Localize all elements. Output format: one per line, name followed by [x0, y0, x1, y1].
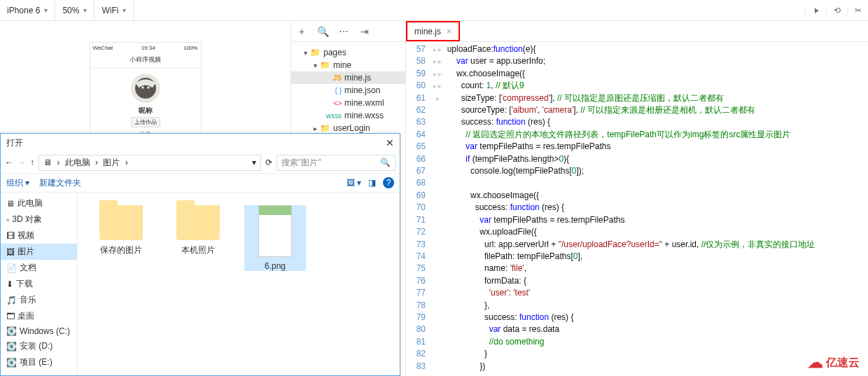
- folder-icon: [99, 205, 143, 240]
- page-title: 小程序视频: [90, 53, 201, 68]
- view-thumb-icon[interactable]: 🖼 ▾: [346, 178, 361, 188]
- tab-label: mine.js: [414, 27, 441, 36]
- split-icon[interactable]: ⇥: [354, 26, 375, 37]
- dialog-sidebar: 🖥此电脑▫3D 对象🎞视频🖼图片📄文档⬇下载🎵音乐🗔桌面💽Windows (C:…: [1, 193, 78, 375]
- code-body[interactable]: uploadFace:function(e){ var user = app.u…: [442, 42, 868, 376]
- search-icon: 🔍: [380, 158, 391, 167]
- folder-icon: ⬇: [6, 279, 13, 289]
- chevron-down-icon: ▾: [122, 6, 126, 14]
- add-icon[interactable]: +: [291, 26, 312, 37]
- tab-mine-js[interactable]: mine.js ×: [406, 21, 460, 41]
- breadcrumb[interactable]: 🖥 › 此电脑 › 图片 › ▾: [38, 155, 261, 171]
- sidebar-item[interactable]: 🎵音乐: [1, 292, 77, 308]
- tree-file-mine-js[interactable]: JSmine.js: [291, 71, 405, 84]
- phone-frame: WeChat 19:34 100% 小程序视频 昵称 上传作品 注册: [90, 42, 202, 144]
- network-select[interactable]: WiFi▾: [94, 0, 134, 20]
- refresh-icon[interactable]: ⟲: [826, 6, 847, 15]
- new-folder-button[interactable]: 新建文件夹: [39, 177, 81, 189]
- watermark-logo: ☁亿速云: [808, 354, 860, 372]
- dialog-title: 打开: [6, 137, 23, 149]
- image-item[interactable]: 6.png: [244, 205, 306, 271]
- file-tree: ▾📁pages ▾📁mine JSmine.js { }mine.json <>…: [291, 42, 405, 139]
- sidebar-item[interactable]: 🖥此电脑: [1, 195, 77, 211]
- view-pane-icon[interactable]: ◨: [368, 178, 376, 188]
- sidebar-item[interactable]: ▫3D 对象: [1, 211, 77, 228]
- chevron-down-icon: ▾: [83, 6, 87, 14]
- nickname: 昵称: [90, 106, 201, 116]
- file-open-dialog: 打开 ✕ ← → ↑ 🖥 › 此电脑 › 图片 › ▾ ⟳ 搜索"图片"🔍 组织…: [0, 133, 400, 376]
- folder-icon: 🖼: [6, 247, 15, 257]
- folder-icon: 🎵: [6, 295, 17, 305]
- sidebar-item[interactable]: 🖼图片: [1, 244, 77, 260]
- nav-forward-icon[interactable]: →: [18, 158, 26, 167]
- nav-back-icon[interactable]: ←: [5, 158, 13, 167]
- folder-icon: 🖥: [6, 199, 15, 209]
- search-icon[interactable]: 🔍: [312, 26, 333, 37]
- sidebar-item[interactable]: 🎞视频: [1, 228, 77, 244]
- chevron-down-icon: ▾: [44, 6, 48, 14]
- folder-icon: 💽: [6, 342, 17, 351]
- tree-file-mine-wxss[interactable]: wxssmine.wxss: [291, 109, 405, 122]
- device-select[interactable]: iPhone 6▾: [0, 0, 55, 20]
- search-input[interactable]: 搜索"图片"🔍: [276, 155, 396, 171]
- help-icon[interactable]: ?: [383, 177, 394, 188]
- mute-icon[interactable]: 🕨: [805, 6, 826, 15]
- cut-icon[interactable]: ✂: [847, 6, 868, 15]
- zoom-select[interactable]: 50%▾: [55, 0, 94, 20]
- folder-icon: ▫: [6, 215, 9, 225]
- image-thumbnail: [258, 205, 292, 257]
- folder-icon: 💽: [6, 326, 17, 336]
- svg-point-1: [141, 86, 144, 88]
- line-gutter: 57 58 59 60 61 62 63 64 65 66 67 68 69 7…: [406, 42, 433, 376]
- upload-button[interactable]: 上传作品: [131, 117, 160, 127]
- sidebar-item[interactable]: 💽Windows (C:): [1, 324, 77, 338]
- sidebar-item[interactable]: 💽项目 (E:): [1, 354, 77, 370]
- fold-gutter: ▸ ▸ ▸ ▸ ▸ ▸ ▸ ▸ ▸: [433, 42, 442, 376]
- sidebar-item[interactable]: 💽安装 (D:): [1, 338, 77, 354]
- editor-tabs: mine.js ×: [406, 21, 868, 42]
- code-editor[interactable]: 57 58 59 60 61 62 63 64 65 66 67 68 69 7…: [406, 42, 868, 376]
- avatar[interactable]: [131, 74, 160, 103]
- sidebar-item[interactable]: 📄文档: [1, 260, 77, 276]
- sidebar-item[interactable]: 🗔桌面: [1, 308, 77, 324]
- nav-up-icon[interactable]: ↑: [30, 158, 34, 167]
- organize-menu[interactable]: 组织 ▾: [6, 177, 29, 189]
- status-time: 19:34: [141, 45, 155, 51]
- refresh-icon[interactable]: ⟳: [265, 158, 272, 167]
- folder-icon: 🗔: [6, 312, 15, 321]
- dialog-file-grid: 保存的图片本机照片6.png: [78, 193, 400, 375]
- svg-point-2: [147, 86, 149, 88]
- status-carrier: WeChat: [93, 45, 113, 51]
- folder-icon: 📄: [6, 263, 17, 273]
- status-battery: 100%: [183, 45, 197, 51]
- sidebar-item[interactable]: ⬇下载: [1, 276, 77, 292]
- folder-icon: [176, 205, 220, 240]
- tree-file-mine-json[interactable]: { }mine.json: [291, 84, 405, 97]
- close-icon[interactable]: ×: [447, 27, 451, 36]
- folder-item[interactable]: 本机照片: [167, 205, 229, 256]
- ide-toolbar: iPhone 6▾ 50%▾ WiFi▾ 🕨 ⟲ ✂: [0, 0, 868, 21]
- close-icon[interactable]: ✕: [386, 137, 394, 148]
- more-icon[interactable]: ⋯: [333, 26, 354, 37]
- tree-folder-mine[interactable]: ▾📁mine: [291, 59, 405, 71]
- folder-item[interactable]: 保存的图片: [90, 205, 152, 256]
- tree-folder-pages[interactable]: ▾📁pages: [291, 46, 405, 59]
- folder-icon: 💽: [6, 358, 17, 368]
- folder-icon: 🎞: [6, 231, 15, 241]
- tree-file-mine-wxml[interactable]: <>mine.wxml: [291, 97, 405, 109]
